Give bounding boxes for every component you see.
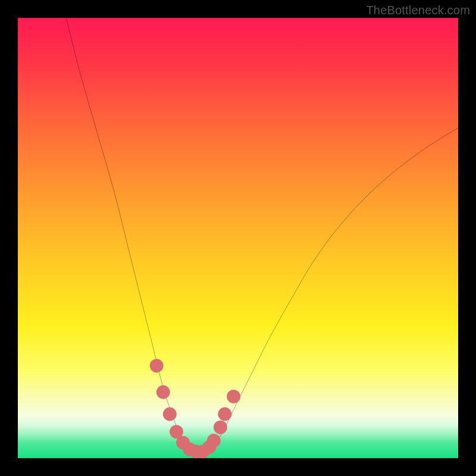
bottleneck-curve [66,18,458,454]
marker-dot [163,408,177,421]
marker-dot [218,408,231,421]
marker-dot [214,421,227,434]
marker-dot [207,434,221,447]
marker-dot [150,359,164,372]
marker-dot [227,390,240,403]
outer-frame: TheBottleneck.com [0,0,476,476]
highlighted-points [150,359,240,458]
watermark-text: TheBottleneck.com [366,4,470,17]
marker-dot [156,386,170,399]
chart-svg [18,18,458,458]
plot-area [18,18,458,458]
